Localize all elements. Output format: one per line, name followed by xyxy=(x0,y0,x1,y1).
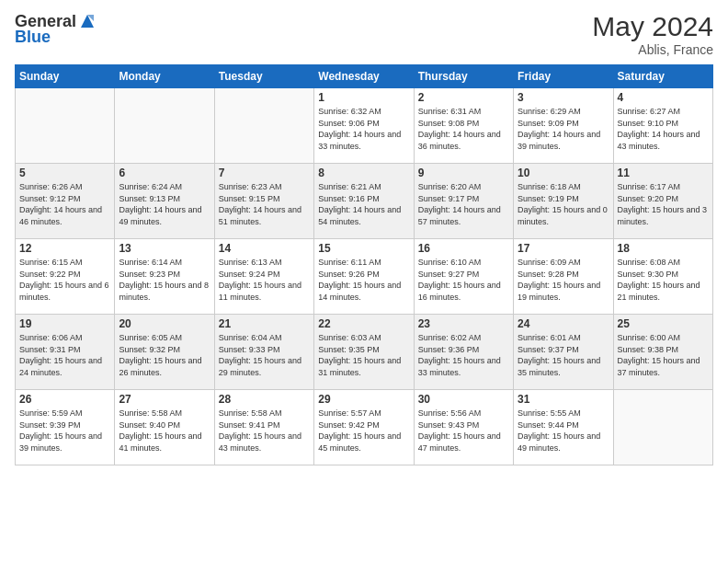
cell-info: Sunrise: 6:24 AMSunset: 9:13 PMDaylight:… xyxy=(119,181,210,227)
calendar-cell: 6Sunrise: 6:24 AMSunset: 9:13 PMDaylight… xyxy=(115,164,214,239)
calendar-cell xyxy=(613,390,712,465)
day-number: 13 xyxy=(119,242,210,255)
calendar-cell: 22Sunrise: 6:03 AMSunset: 9:35 PMDayligh… xyxy=(314,315,414,390)
calendar-cell: 12Sunrise: 6:15 AMSunset: 9:22 PMDayligh… xyxy=(16,239,115,315)
cell-info: Sunrise: 6:13 AMSunset: 9:24 PMDaylight:… xyxy=(219,257,310,303)
cell-info: Sunrise: 6:09 AMSunset: 9:28 PMDaylight:… xyxy=(518,257,609,303)
cell-info: Sunrise: 6:15 AMSunset: 9:22 PMDaylight:… xyxy=(19,257,110,303)
cell-info: Sunrise: 5:56 AMSunset: 9:43 PMDaylight:… xyxy=(418,408,509,454)
day-number: 25 xyxy=(618,317,709,330)
calendar-cell: 9Sunrise: 6:20 AMSunset: 9:17 PMDaylight… xyxy=(414,164,513,239)
day-number: 21 xyxy=(219,317,310,330)
col-header-wednesday: Wednesday xyxy=(314,65,414,88)
day-number: 31 xyxy=(518,393,609,406)
cell-info: Sunrise: 6:02 AMSunset: 9:36 PMDaylight:… xyxy=(418,332,509,378)
calendar-cell: 14Sunrise: 6:13 AMSunset: 9:24 PMDayligh… xyxy=(214,239,313,315)
calendar-cell: 3Sunrise: 6:29 AMSunset: 9:09 PMDaylight… xyxy=(514,88,613,164)
title-block: May 2024 Ablis, France xyxy=(592,11,713,57)
day-number: 23 xyxy=(418,317,509,330)
day-number: 8 xyxy=(318,167,409,179)
cell-info: Sunrise: 5:59 AMSunset: 9:39 PMDaylight:… xyxy=(19,408,110,454)
calendar-cell: 10Sunrise: 6:18 AMSunset: 9:19 PMDayligh… xyxy=(514,164,613,239)
cell-info: Sunrise: 6:14 AMSunset: 9:23 PMDaylight:… xyxy=(119,257,210,303)
day-number: 27 xyxy=(119,393,210,406)
calendar-cell: 25Sunrise: 6:00 AMSunset: 9:38 PMDayligh… xyxy=(613,315,712,390)
calendar-cell: 28Sunrise: 5:58 AMSunset: 9:41 PMDayligh… xyxy=(214,390,313,465)
calendar-cell: 11Sunrise: 6:17 AMSunset: 9:20 PMDayligh… xyxy=(613,164,712,239)
day-number: 18 xyxy=(618,242,709,255)
calendar-cell: 13Sunrise: 6:14 AMSunset: 9:23 PMDayligh… xyxy=(115,239,214,315)
calendar-cell: 21Sunrise: 6:04 AMSunset: 9:33 PMDayligh… xyxy=(214,315,313,390)
calendar-header-row: SundayMondayTuesdayWednesdayThursdayFrid… xyxy=(16,65,713,88)
day-number: 29 xyxy=(318,393,409,406)
page: General Blue May 2024 Ablis, France Sund… xyxy=(0,0,728,563)
day-number: 6 xyxy=(119,167,210,179)
cell-info: Sunrise: 5:58 AMSunset: 9:40 PMDaylight:… xyxy=(119,408,210,454)
calendar-cell: 26Sunrise: 5:59 AMSunset: 9:39 PMDayligh… xyxy=(16,390,115,465)
calendar-cell: 20Sunrise: 6:05 AMSunset: 9:32 PMDayligh… xyxy=(115,315,214,390)
cell-info: Sunrise: 6:17 AMSunset: 9:20 PMDaylight:… xyxy=(618,181,709,227)
col-header-monday: Monday xyxy=(115,65,214,88)
day-number: 2 xyxy=(418,91,509,104)
day-number: 3 xyxy=(518,91,609,104)
calendar-cell: 31Sunrise: 5:55 AMSunset: 9:44 PMDayligh… xyxy=(514,390,613,465)
logo: General Blue xyxy=(15,11,98,47)
cell-info: Sunrise: 6:31 AMSunset: 9:08 PMDaylight:… xyxy=(418,106,509,152)
col-header-friday: Friday xyxy=(514,65,613,88)
cell-info: Sunrise: 6:23 AMSunset: 9:15 PMDaylight:… xyxy=(219,181,310,227)
calendar-cell xyxy=(16,88,115,164)
calendar-cell: 24Sunrise: 6:01 AMSunset: 9:37 PMDayligh… xyxy=(514,315,613,390)
cell-info: Sunrise: 6:32 AMSunset: 9:06 PMDaylight:… xyxy=(318,106,409,152)
day-number: 30 xyxy=(418,393,509,406)
cell-info: Sunrise: 6:03 AMSunset: 9:35 PMDaylight:… xyxy=(318,332,409,378)
calendar-cell: 1Sunrise: 6:32 AMSunset: 9:06 PMDaylight… xyxy=(314,88,414,164)
cell-info: Sunrise: 6:06 AMSunset: 9:31 PMDaylight:… xyxy=(19,332,110,378)
calendar-cell xyxy=(214,88,313,164)
cell-info: Sunrise: 5:57 AMSunset: 9:42 PMDaylight:… xyxy=(318,408,409,454)
calendar-week-row: 1Sunrise: 6:32 AMSunset: 9:06 PMDaylight… xyxy=(16,88,713,164)
cell-info: Sunrise: 6:20 AMSunset: 9:17 PMDaylight:… xyxy=(418,181,509,227)
month-year: May 2024 xyxy=(592,11,713,42)
day-number: 12 xyxy=(19,242,110,255)
cell-info: Sunrise: 6:10 AMSunset: 9:27 PMDaylight:… xyxy=(418,257,509,303)
calendar-cell: 15Sunrise: 6:11 AMSunset: 9:26 PMDayligh… xyxy=(314,239,414,315)
calendar-week-row: 19Sunrise: 6:06 AMSunset: 9:31 PMDayligh… xyxy=(16,315,713,390)
calendar-cell: 17Sunrise: 6:09 AMSunset: 9:28 PMDayligh… xyxy=(514,239,613,315)
cell-info: Sunrise: 6:01 AMSunset: 9:37 PMDaylight:… xyxy=(518,332,609,378)
calendar-week-row: 5Sunrise: 6:26 AMSunset: 9:12 PMDaylight… xyxy=(16,164,713,239)
day-number: 19 xyxy=(19,317,110,330)
day-number: 10 xyxy=(518,167,609,179)
day-number: 1 xyxy=(318,91,409,104)
day-number: 20 xyxy=(119,317,210,330)
day-number: 28 xyxy=(219,393,310,406)
day-number: 16 xyxy=(418,242,509,255)
calendar-week-row: 12Sunrise: 6:15 AMSunset: 9:22 PMDayligh… xyxy=(16,239,713,315)
cell-info: Sunrise: 6:18 AMSunset: 9:19 PMDaylight:… xyxy=(518,181,609,227)
day-number: 9 xyxy=(418,167,509,179)
cell-info: Sunrise: 6:26 AMSunset: 9:12 PMDaylight:… xyxy=(19,181,110,227)
calendar-cell: 19Sunrise: 6:06 AMSunset: 9:31 PMDayligh… xyxy=(16,315,115,390)
day-number: 24 xyxy=(518,317,609,330)
calendar-cell: 5Sunrise: 6:26 AMSunset: 9:12 PMDaylight… xyxy=(16,164,115,239)
calendar-cell: 7Sunrise: 6:23 AMSunset: 9:15 PMDaylight… xyxy=(214,164,313,239)
day-number: 4 xyxy=(618,91,709,104)
calendar-cell: 29Sunrise: 5:57 AMSunset: 9:42 PMDayligh… xyxy=(314,390,414,465)
day-number: 14 xyxy=(219,242,310,255)
cell-info: Sunrise: 6:29 AMSunset: 9:09 PMDaylight:… xyxy=(518,106,609,152)
logo-icon xyxy=(77,11,97,31)
calendar-cell: 18Sunrise: 6:08 AMSunset: 9:30 PMDayligh… xyxy=(613,239,712,315)
day-number: 26 xyxy=(19,393,110,406)
col-header-tuesday: Tuesday xyxy=(214,65,313,88)
header: General Blue May 2024 Ablis, France xyxy=(15,11,713,57)
day-number: 11 xyxy=(618,167,709,179)
day-number: 22 xyxy=(318,317,409,330)
cell-info: Sunrise: 5:58 AMSunset: 9:41 PMDaylight:… xyxy=(219,408,310,454)
calendar: SundayMondayTuesdayWednesdayThursdayFrid… xyxy=(15,64,713,465)
day-number: 15 xyxy=(318,242,409,255)
cell-info: Sunrise: 5:55 AMSunset: 9:44 PMDaylight:… xyxy=(518,408,609,454)
calendar-cell: 30Sunrise: 5:56 AMSunset: 9:43 PMDayligh… xyxy=(414,390,513,465)
calendar-cell xyxy=(115,88,214,164)
cell-info: Sunrise: 6:08 AMSunset: 9:30 PMDaylight:… xyxy=(618,257,709,303)
calendar-cell: 8Sunrise: 6:21 AMSunset: 9:16 PMDaylight… xyxy=(314,164,414,239)
calendar-week-row: 26Sunrise: 5:59 AMSunset: 9:39 PMDayligh… xyxy=(16,390,713,465)
